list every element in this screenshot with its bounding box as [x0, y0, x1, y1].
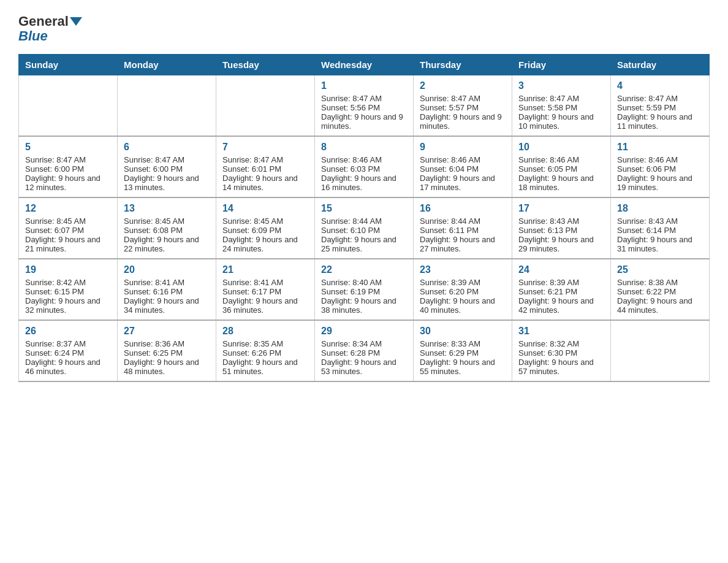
day-info-line: Daylight: 9 hours and 24 minutes. [222, 235, 308, 253]
day-number: 23 [420, 264, 506, 275]
day-info-line: Sunset: 6:09 PM [222, 226, 308, 235]
day-info-line: Sunset: 6:05 PM [518, 164, 604, 174]
calendar-cell: 22Sunrise: 8:40 AMSunset: 6:19 PMDayligh… [315, 259, 414, 320]
day-info-line: Sunrise: 8:47 AM [617, 94, 703, 103]
calendar-cell [216, 75, 315, 137]
day-info-line: Sunrise: 8:34 AM [321, 339, 407, 348]
weekday-header-monday: Monday [118, 55, 216, 75]
day-info-line: Sunset: 5:56 PM [321, 103, 407, 112]
day-info-line: Daylight: 9 hours and 51 minutes. [222, 358, 308, 376]
day-number: 16 [420, 203, 506, 214]
day-number: 10 [518, 142, 604, 153]
day-info-line: Sunset: 5:58 PM [518, 103, 604, 112]
day-info-line: Daylight: 9 hours and 44 minutes. [617, 296, 703, 315]
day-info-line: Sunrise: 8:39 AM [420, 278, 506, 287]
day-number: 29 [321, 326, 407, 337]
page-header: General Blue [18, 12, 710, 44]
day-info-line: Sunset: 6:13 PM [518, 226, 604, 235]
day-number: 14 [222, 203, 308, 214]
day-info-line: Sunrise: 8:47 AM [321, 94, 407, 103]
weekday-header-sunday: Sunday [19, 55, 118, 75]
day-info-line: Sunrise: 8:35 AM [222, 339, 308, 348]
day-info-line: Sunrise: 8:32 AM [518, 339, 604, 348]
day-info-line: Sunset: 6:11 PM [420, 226, 506, 235]
day-info-line: Sunrise: 8:40 AM [321, 278, 407, 287]
day-info-line: Sunrise: 8:46 AM [321, 155, 407, 164]
calendar-week-row: 5Sunrise: 8:47 AMSunset: 6:00 PMDaylight… [19, 136, 710, 197]
day-number: 3 [518, 80, 604, 91]
day-info-line: Sunset: 6:14 PM [617, 226, 703, 235]
day-info-line: Sunrise: 8:43 AM [617, 216, 703, 226]
calendar-cell: 17Sunrise: 8:43 AMSunset: 6:13 PMDayligh… [512, 197, 611, 259]
day-number: 28 [222, 326, 308, 337]
day-info-line: Sunset: 6:30 PM [518, 348, 604, 358]
day-info-line: Daylight: 9 hours and 17 minutes. [420, 174, 506, 192]
calendar-cell: 15Sunrise: 8:44 AMSunset: 6:10 PMDayligh… [315, 197, 414, 259]
day-info-line: Daylight: 9 hours and 12 minutes. [25, 174, 111, 192]
day-info-line: Daylight: 9 hours and 40 minutes. [420, 296, 506, 315]
day-number: 19 [25, 264, 111, 275]
day-info-line: Sunrise: 8:41 AM [124, 278, 210, 287]
calendar-cell: 14Sunrise: 8:45 AMSunset: 6:09 PMDayligh… [216, 197, 315, 259]
day-info-line: Sunset: 5:57 PM [420, 103, 506, 112]
day-info-line: Sunrise: 8:47 AM [25, 155, 111, 164]
day-info-line: Sunset: 6:22 PM [617, 287, 703, 296]
day-info-line: Daylight: 9 hours and 42 minutes. [518, 296, 604, 315]
day-number: 6 [124, 142, 210, 153]
day-info-line: Daylight: 9 hours and 13 minutes. [124, 174, 210, 192]
day-info-line: Daylight: 9 hours and 55 minutes. [420, 358, 506, 376]
day-info-line: Daylight: 9 hours and 19 minutes. [617, 174, 703, 192]
day-info-line: Sunset: 6:15 PM [25, 287, 111, 296]
calendar-cell [118, 75, 216, 137]
day-number: 27 [124, 326, 210, 337]
logo-triangle-icon [70, 17, 82, 26]
logo-blue-text: Blue [18, 28, 48, 44]
day-info-line: Daylight: 9 hours and 34 minutes. [124, 296, 210, 315]
calendar-cell: 28Sunrise: 8:35 AMSunset: 6:26 PMDayligh… [216, 320, 315, 381]
calendar-cell: 9Sunrise: 8:46 AMSunset: 6:04 PMDaylight… [414, 136, 512, 197]
weekday-header-wednesday: Wednesday [315, 55, 414, 75]
day-info-line: Daylight: 9 hours and 29 minutes. [518, 235, 604, 253]
day-info-line: Sunrise: 8:38 AM [617, 278, 703, 287]
calendar-cell: 6Sunrise: 8:47 AMSunset: 6:00 PMDaylight… [118, 136, 216, 197]
calendar-cell: 8Sunrise: 8:46 AMSunset: 6:03 PMDaylight… [315, 136, 414, 197]
day-number: 2 [420, 80, 506, 91]
day-info-line: Sunrise: 8:39 AM [518, 278, 604, 287]
day-number: 22 [321, 264, 407, 275]
day-number: 8 [321, 142, 407, 153]
calendar-cell: 25Sunrise: 8:38 AMSunset: 6:22 PMDayligh… [611, 259, 710, 320]
calendar-cell: 19Sunrise: 8:42 AMSunset: 6:15 PMDayligh… [19, 259, 118, 320]
day-info-line: Sunset: 6:17 PM [222, 287, 308, 296]
day-info-line: Sunset: 6:20 PM [420, 287, 506, 296]
calendar-cell: 3Sunrise: 8:47 AMSunset: 5:58 PMDaylight… [512, 75, 611, 137]
day-info-line: Sunrise: 8:37 AM [25, 339, 111, 348]
calendar-cell: 2Sunrise: 8:47 AMSunset: 5:57 PMDaylight… [414, 75, 512, 137]
calendar-cell: 10Sunrise: 8:46 AMSunset: 6:05 PMDayligh… [512, 136, 611, 197]
calendar-cell: 5Sunrise: 8:47 AMSunset: 6:00 PMDaylight… [19, 136, 118, 197]
calendar-week-row: 19Sunrise: 8:42 AMSunset: 6:15 PMDayligh… [19, 259, 710, 320]
day-info-line: Sunset: 6:08 PM [124, 226, 210, 235]
calendar-week-row: 26Sunrise: 8:37 AMSunset: 6:24 PMDayligh… [19, 320, 710, 381]
day-info-line: Sunrise: 8:43 AM [518, 216, 604, 226]
day-number: 7 [222, 142, 308, 153]
day-info-line: Sunrise: 8:33 AM [420, 339, 506, 348]
day-info-line: Sunset: 6:00 PM [124, 164, 210, 174]
day-info-line: Daylight: 9 hours and 25 minutes. [321, 235, 407, 253]
day-info-line: Sunrise: 8:47 AM [518, 94, 604, 103]
day-number: 4 [617, 80, 703, 91]
day-info-line: Daylight: 9 hours and 10 minutes. [518, 112, 604, 131]
day-info-line: Sunrise: 8:44 AM [321, 216, 407, 226]
calendar-cell: 29Sunrise: 8:34 AMSunset: 6:28 PMDayligh… [315, 320, 414, 381]
day-info-line: Sunrise: 8:42 AM [25, 278, 111, 287]
day-info-line: Sunrise: 8:46 AM [617, 155, 703, 164]
day-number: 17 [518, 203, 604, 214]
weekday-header-saturday: Saturday [611, 55, 710, 75]
weekday-header-friday: Friday [512, 55, 611, 75]
weekday-header-row: SundayMondayTuesdayWednesdayThursdayFrid… [19, 55, 710, 75]
day-info-line: Sunrise: 8:45 AM [222, 216, 308, 226]
logo-general-text: General [18, 15, 69, 28]
day-number: 25 [617, 264, 703, 275]
day-info-line: Daylight: 9 hours and 22 minutes. [124, 235, 210, 253]
calendar-cell: 31Sunrise: 8:32 AMSunset: 6:30 PMDayligh… [512, 320, 611, 381]
calendar-table: SundayMondayTuesdayWednesdayThursdayFrid… [18, 54, 710, 382]
